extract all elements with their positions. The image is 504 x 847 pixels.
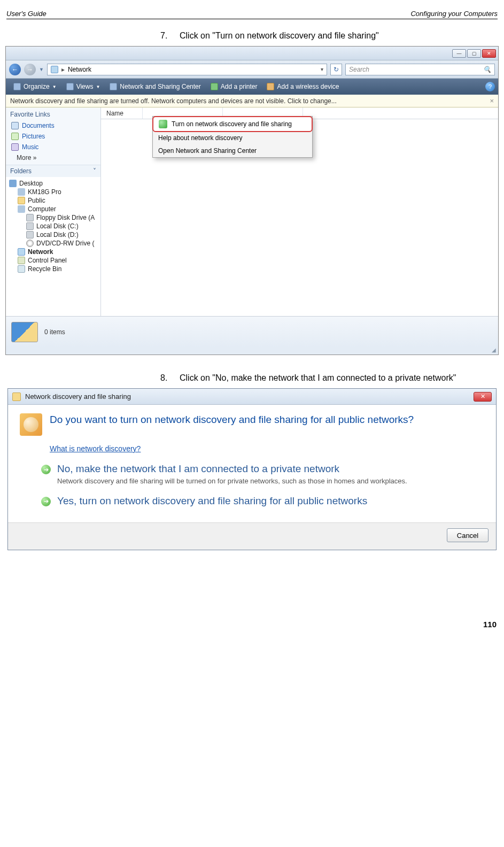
- nsc-icon: [110, 83, 117, 90]
- dialog-title-text: Network discovery and file sharing: [25, 392, 131, 401]
- search-placeholder: Search: [349, 66, 369, 73]
- music-icon: [11, 143, 19, 151]
- window-titlebar[interactable]: — ▢ ✕: [6, 47, 498, 60]
- tree-computer[interactable]: Computer: [6, 205, 100, 213]
- pc-icon: [18, 188, 25, 196]
- menu-turn-on-discovery[interactable]: Turn on network discovery and file shari…: [152, 116, 313, 132]
- tree-recycle-bin[interactable]: Recycle Bin: [6, 265, 100, 273]
- dialog-close-button[interactable]: ✕: [474, 392, 492, 402]
- maximize-button[interactable]: ▢: [467, 49, 481, 58]
- menu-help-discovery[interactable]: Help about network discovery: [153, 132, 312, 144]
- address-dropdown-icon[interactable]: ▾: [321, 66, 323, 72]
- minimize-button[interactable]: —: [452, 49, 466, 58]
- option-title: No, make the network that I am connected…: [57, 463, 407, 476]
- tree-local-d[interactable]: Local Disk (D:): [6, 230, 100, 239]
- documents-label: Documents: [22, 122, 55, 129]
- arrow-right-icon: ➔: [41, 497, 51, 506]
- tree-label: Network: [28, 248, 53, 256]
- dialog-titlebar[interactable]: Network discovery and file sharing ✕: [8, 389, 496, 405]
- toolbar: Organize ▼ Views ▼ Network and Sharing C…: [6, 79, 498, 95]
- desktop-icon: [9, 180, 17, 187]
- what-is-network-discovery-link[interactable]: What is network discovery?: [50, 444, 141, 453]
- dialog-body: Do you want to turn on network discovery…: [8, 405, 496, 522]
- folder-icon: [18, 197, 25, 204]
- step-7: 7. Click on "Turn on network discovery a…: [0, 29, 504, 46]
- views-label: Views: [76, 83, 94, 90]
- search-input[interactable]: Search 🔍: [345, 64, 495, 75]
- explorer-window: — ▢ ✕ ← → ▼ ▸ Network ▾ ↻ Search 🔍 Organ…: [5, 46, 499, 355]
- sidebar-link-documents[interactable]: Documents: [6, 120, 100, 131]
- header-right: Configuring your Computers: [410, 10, 498, 18]
- resize-grip[interactable]: ◢: [6, 347, 498, 355]
- refresh-button[interactable]: ↻: [330, 64, 342, 75]
- folders-label: Folders: [10, 167, 32, 175]
- status-text: 0 items: [44, 328, 65, 336]
- organize-icon: [13, 83, 21, 90]
- search-icon: 🔍: [483, 66, 491, 73]
- tree-public[interactable]: Public: [6, 196, 100, 205]
- breadcrumb-network[interactable]: Network: [68, 66, 91, 73]
- tree-network[interactable]: Network: [6, 248, 100, 256]
- page-header: User's Guide Configuring your Computers: [0, 0, 504, 19]
- computer-icon: [18, 205, 25, 213]
- nsc-label: Network and Sharing Center: [120, 83, 200, 90]
- tree-dvd[interactable]: DVD/CD-RW Drive (: [6, 239, 100, 248]
- dialog-icon: [12, 392, 21, 401]
- nav-back-button[interactable]: ←: [9, 64, 21, 75]
- tree-label: Public: [28, 197, 45, 204]
- tree-label: DVD/CD-RW Drive (: [36, 240, 94, 247]
- tree-control-panel[interactable]: Control Panel: [6, 256, 100, 265]
- add-printer-button[interactable]: Add a printer: [206, 80, 262, 93]
- column-name[interactable]: Name: [101, 107, 143, 119]
- header-rule: [6, 19, 498, 19]
- help-button[interactable]: ?: [485, 82, 495, 91]
- tree-local-c[interactable]: Local Disk (C:): [6, 222, 100, 230]
- info-bar-close-icon[interactable]: ×: [490, 97, 494, 105]
- sidebar-link-music[interactable]: Music: [6, 142, 100, 152]
- main-content: Name Turn on network discovery and file …: [101, 107, 498, 316]
- sidebar-link-pictures[interactable]: Pictures: [6, 131, 100, 142]
- wireless-icon: [267, 83, 274, 90]
- status-bar: 0 items: [6, 316, 498, 347]
- nav-history-caret[interactable]: ▼: [39, 67, 44, 72]
- organize-label: Organize: [24, 83, 50, 90]
- sidebar-more-link[interactable]: More »: [6, 152, 100, 165]
- address-bar[interactable]: ▸ Network ▾: [47, 64, 327, 75]
- header-left: User's Guide: [6, 10, 46, 18]
- close-button[interactable]: ✕: [482, 49, 496, 58]
- tree-floppy[interactable]: Floppy Disk Drive (A: [6, 213, 100, 222]
- sidebar: Favorite Links Documents Pictures Music …: [6, 107, 101, 316]
- window-body: Favorite Links Documents Pictures Music …: [6, 107, 498, 316]
- option-public-networks[interactable]: ➔ Yes, turn on network discovery and fil…: [41, 495, 484, 508]
- network-discovery-dialog: Network discovery and file sharing ✕ Do …: [7, 388, 497, 550]
- dialog-heading: Do you want to turn on network discovery…: [50, 413, 484, 436]
- tree-km18g[interactable]: KM18G Pro: [6, 188, 100, 196]
- network-sharing-center-button[interactable]: Network and Sharing Center: [105, 80, 205, 93]
- menu-open-nsc[interactable]: Open Network and Sharing Center: [153, 144, 312, 157]
- info-bar-text: Network discovery and file sharing are t…: [10, 97, 337, 105]
- add-printer-label: Add a printer: [221, 83, 258, 90]
- organize-button[interactable]: Organize ▼: [9, 80, 61, 93]
- documents-icon: [11, 122, 19, 129]
- folders-heading[interactable]: Folders ˅: [6, 165, 100, 177]
- tree-label: Local Disk (C:): [36, 222, 79, 230]
- status-thumbnail-icon: [11, 322, 38, 342]
- cancel-button[interactable]: Cancel: [447, 528, 489, 542]
- add-wireless-button[interactable]: Add a wireless device: [262, 80, 343, 93]
- control-panel-icon: [18, 257, 25, 264]
- step-7-number: 7.: [160, 31, 170, 41]
- menu-item-label: Help about network discovery: [158, 134, 242, 142]
- nav-forward-button[interactable]: →: [24, 64, 36, 75]
- page-number: 110: [0, 572, 504, 640]
- option-title: Yes, turn on network discovery and file …: [57, 495, 367, 508]
- views-button[interactable]: Views ▼: [62, 80, 105, 93]
- tree-label: Control Panel: [28, 257, 67, 264]
- recycle-bin-icon: [18, 265, 25, 273]
- info-bar[interactable]: Network discovery and file sharing are t…: [6, 95, 498, 107]
- tree-label: Floppy Disk Drive (A: [36, 214, 95, 221]
- step-7-text: Click on "Turn on network discovery and …: [180, 31, 498, 41]
- tree-desktop[interactable]: Desktop: [6, 179, 100, 188]
- option-private-network[interactable]: ➔ No, make the network that I am connect…: [41, 463, 484, 485]
- arrow-right-icon: ➔: [41, 465, 51, 474]
- views-icon: [66, 83, 74, 90]
